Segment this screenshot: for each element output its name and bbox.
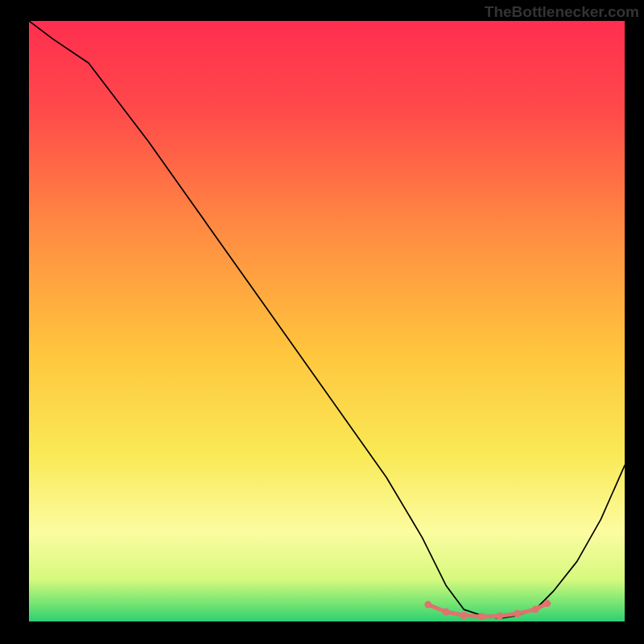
optimal-point: [514, 610, 521, 617]
chart-svg: [29, 21, 625, 621]
optimal-point: [496, 613, 503, 620]
optimal-point: [443, 609, 450, 616]
optimal-point: [532, 606, 539, 613]
gradient-background: [29, 21, 625, 621]
watermark-text: TheBottlenecker.com: [485, 3, 639, 21]
optimal-point: [424, 601, 431, 609]
chart-container: TheBottlenecker.com: [0, 0, 644, 644]
optimal-point: [543, 600, 551, 607]
optimal-point: [478, 613, 485, 621]
plot-area: [29, 21, 625, 621]
optimal-point: [460, 612, 468, 619]
